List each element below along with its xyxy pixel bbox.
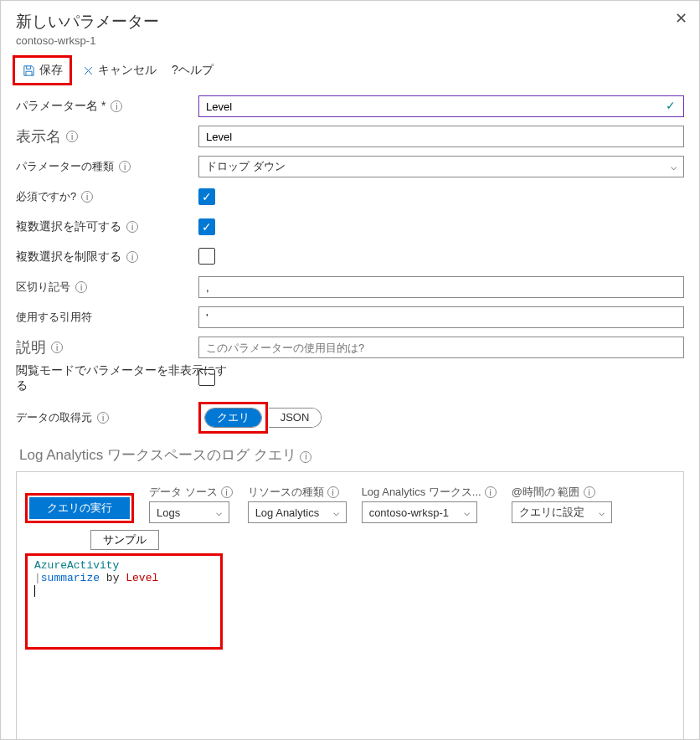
cancel-label: キャンセル	[98, 63, 157, 78]
label-param-name: パラメーター名 *	[16, 99, 106, 114]
workspace-dropdown[interactable]: contoso-wrksp-1⌵	[362, 501, 477, 523]
label-param-type: パラメーターの種類	[16, 159, 114, 174]
required-checkbox[interactable]: ✓	[198, 188, 215, 205]
chevron-down-icon: ⌵	[333, 506, 339, 518]
label-required: 必須ですか?	[16, 189, 76, 204]
chevron-down-icon: ⌵	[599, 506, 605, 518]
col-restype-label: リソースの種類	[248, 485, 324, 500]
run-query-button[interactable]: クエリの実行	[29, 497, 130, 519]
label-delimiter: 区切り記号	[16, 280, 70, 295]
save-icon	[22, 64, 36, 78]
save-button[interactable]: 保存	[17, 59, 68, 81]
restype-dropdown[interactable]: Log Analytics⌵	[248, 501, 347, 523]
info-icon[interactable]: i	[485, 486, 497, 498]
save-label: 保存	[39, 63, 63, 78]
label-limit-multi: 複数選択を制限する	[16, 249, 121, 265]
pill-json[interactable]: JSON	[269, 409, 322, 427]
info-icon[interactable]: i	[66, 131, 78, 142]
info-icon[interactable]: i	[126, 221, 138, 233]
query-section-title: Log Analytics ワークスペースのログ クエリ i	[19, 445, 684, 465]
param-type-dropdown[interactable]: ドロップ ダウン ⌵	[198, 156, 684, 177]
info-icon[interactable]: i	[51, 342, 63, 353]
label-description: 説明	[16, 337, 46, 357]
col-workspace-label: Log Analytics ワークス...	[362, 485, 481, 500]
cancel-button[interactable]: キャンセル	[77, 59, 162, 81]
valid-icon: ✓	[666, 99, 681, 112]
info-icon[interactable]: i	[97, 412, 109, 424]
code-line-2: |summarize by Level	[34, 572, 214, 584]
chevron-down-icon: ⌵	[216, 506, 222, 518]
description-input[interactable]	[198, 337, 684, 358]
label-quote: 使用する引用符	[16, 310, 92, 325]
info-icon[interactable]: i	[221, 486, 233, 498]
label-datasource: データの取得元	[16, 410, 92, 425]
label-display-name: 表示名	[16, 126, 61, 146]
delimiter-input[interactable]	[198, 276, 684, 298]
info-icon[interactable]: i	[119, 161, 131, 172]
panel-title: 新しいパラメーター	[16, 11, 684, 33]
param-type-value: ドロップ ダウン	[206, 159, 286, 174]
text-cursor	[34, 585, 35, 597]
data-source-toggle: クエリ	[204, 408, 262, 428]
info-icon[interactable]: i	[81, 191, 93, 203]
label-allow-multi: 複数選択を許可する	[16, 219, 121, 234]
close-button[interactable]: ✕	[675, 9, 687, 28]
display-name-input[interactable]	[198, 126, 684, 147]
quote-input[interactable]	[198, 306, 684, 328]
col-timerange-label: @時間の 範囲	[512, 485, 580, 500]
code-line-1: AzureActivity	[34, 559, 214, 572]
param-name-input[interactable]	[198, 95, 684, 117]
col-datasource-label: データ ソース	[149, 485, 218, 500]
query-editor[interactable]: AzureActivity |summarize by Level	[28, 556, 220, 647]
panel-subtitle: contoso-wrksp-1	[16, 34, 684, 47]
info-icon[interactable]: i	[75, 281, 87, 293]
info-icon[interactable]: i	[300, 451, 311, 463]
info-icon[interactable]: i	[584, 486, 595, 498]
allow-multi-checkbox[interactable]: ✓	[198, 218, 215, 235]
chevron-down-icon: ⌵	[671, 161, 677, 172]
timerange-dropdown[interactable]: クエリに設定⌵	[512, 501, 612, 523]
sample-button[interactable]: サンプル	[90, 530, 159, 550]
query-editor-panel: クエリの実行 データ ソースi Logs⌵ リソースの種類i Log Analy…	[16, 471, 684, 740]
hide-checkbox[interactable]	[198, 369, 215, 386]
cancel-icon	[82, 64, 95, 77]
close-icon: ✕	[675, 10, 687, 27]
info-icon[interactable]: i	[111, 100, 122, 112]
chevron-down-icon: ⌵	[464, 506, 470, 518]
datasource-dropdown[interactable]: Logs⌵	[149, 501, 229, 523]
help-button[interactable]: ?ヘルプ	[167, 59, 219, 81]
info-icon[interactable]: i	[327, 486, 339, 498]
limit-multi-checkbox[interactable]	[198, 248, 215, 265]
pill-query[interactable]: クエリ	[205, 409, 261, 427]
info-icon[interactable]: i	[126, 251, 138, 263]
